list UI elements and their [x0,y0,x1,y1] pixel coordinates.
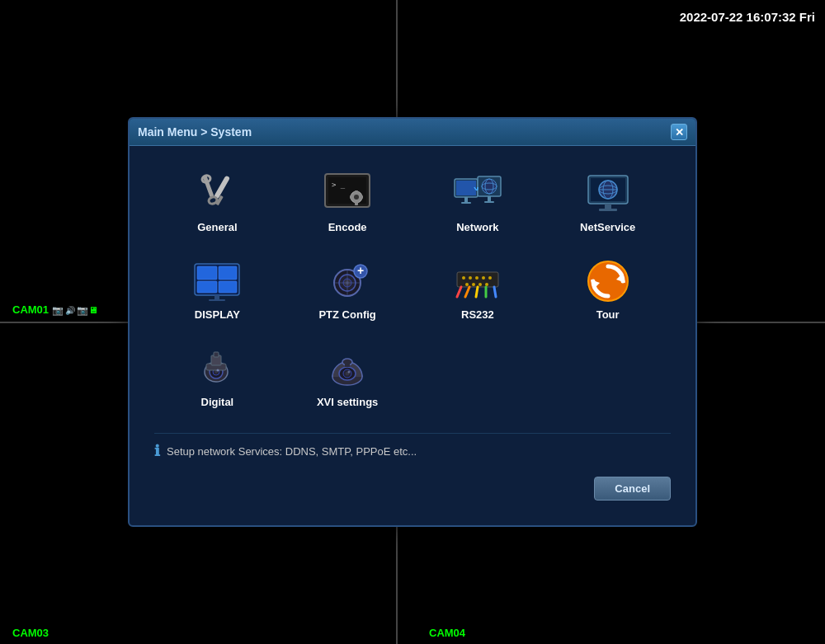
network-icon [453,171,502,216]
general-label: General [197,221,237,233]
display-label: DISPLAY [195,308,240,321]
svg-line-59 [465,287,469,297]
info-text: Setup network Services: DDNS, SMTP, PPPo… [167,445,417,458]
ptz-icon: + [323,258,372,303]
svg-rect-2 [202,175,214,198]
svg-rect-37 [219,281,237,293]
cancel-button[interactable]: Cancel [594,477,671,501]
encode-label: Encode [328,221,367,233]
svg-rect-23 [484,201,494,203]
svg-rect-32 [599,209,617,211]
svg-text:> _: > _ [332,181,346,189]
svg-rect-0 [214,176,230,200]
menu-item-display[interactable]: DISPLAY [154,250,280,329]
menu-item-xvisettings[interactable]: XVI settings [285,337,411,416]
digital-icon [192,346,242,391]
svg-point-49 [462,276,465,280]
menu-grid: General > _ [154,162,671,416]
tour-label: Tour [596,308,620,321]
info-icon: ℹ [154,442,160,460]
netservice-icon [583,171,633,216]
menu-item-ptzconfig[interactable]: + PTZ Config [285,250,411,329]
svg-rect-36 [197,281,217,293]
encode-icon: > _ [323,171,372,216]
svg-point-57 [485,283,488,286]
svg-rect-11 [355,202,358,205]
svg-point-73 [217,369,219,372]
svg-point-52 [482,276,485,280]
close-button[interactable]: ✕ [671,124,687,140]
tour-icon [583,258,633,303]
rs232-label: RS232 [461,308,494,321]
system-dialog: Main Menu > System ✕ [128,117,697,527]
rs232-icon [453,258,502,303]
dialog-body: General > _ [130,146,695,525]
dialog-overlay: Main Menu > System ✕ [0,0,825,644]
menu-item-network[interactable]: Network [415,162,541,242]
menu-item-netservice[interactable]: NetService [544,162,671,242]
svg-text:+: + [357,264,364,277]
svg-rect-10 [355,190,358,194]
network-label: Network [456,221,498,233]
svg-line-60 [476,287,478,297]
menu-item-general[interactable]: General [154,162,280,242]
menu-item-encode[interactable]: > _ Encode [285,162,411,242]
svg-line-58 [457,287,461,297]
svg-rect-72 [214,352,219,357]
svg-rect-48 [457,272,498,287]
svg-rect-13 [360,195,363,199]
svg-rect-22 [488,196,491,201]
svg-rect-34 [197,266,217,280]
svg-rect-17 [461,202,471,204]
menu-item-digital[interactable]: Digital [154,337,280,416]
svg-point-80 [348,371,351,374]
svg-point-9 [354,195,359,200]
svg-point-50 [469,276,472,280]
info-bar: ℹ Setup network Services: DDNS, SMTP, PP… [154,433,671,464]
xvi-icon [323,346,372,391]
dialog-titlebar: Main Menu > System ✕ [130,119,695,146]
menu-item-rs232[interactable]: RS232 [415,250,541,329]
netservice-label: NetService [580,221,635,233]
general-icon [192,171,242,216]
svg-rect-15 [456,181,476,195]
svg-point-51 [475,276,478,280]
display-icon [192,258,242,303]
svg-point-54 [465,283,469,286]
svg-line-62 [494,287,496,297]
svg-rect-39 [209,299,225,301]
svg-rect-35 [219,266,237,280]
ptzconfig-label: PTZ Config [318,308,375,321]
svg-rect-12 [350,195,353,199]
svg-point-53 [488,276,492,280]
svg-point-56 [478,283,482,286]
dialog-footer: Cancel [154,477,671,509]
svg-rect-79 [345,362,350,367]
menu-item-tour[interactable]: Tour [544,250,671,329]
dialog-title: Main Menu > System [138,125,252,139]
xvisettings-label: XVI settings [317,396,378,408]
svg-rect-16 [464,197,468,202]
svg-rect-31 [605,204,611,209]
svg-point-19 [482,179,497,194]
svg-point-55 [472,283,475,286]
digital-label: Digital [201,396,234,408]
